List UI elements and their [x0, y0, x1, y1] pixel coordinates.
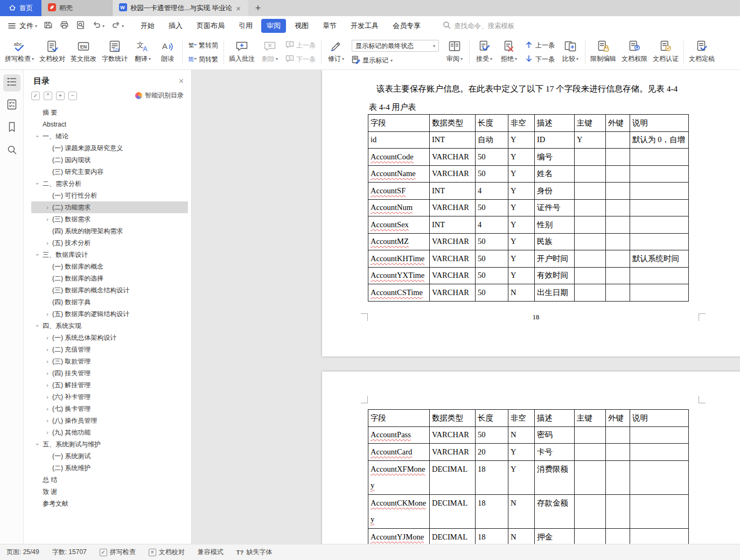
toc-item[interactable]: ›四、系统实现	[31, 320, 188, 332]
menu-tab-section[interactable]: 章节	[317, 19, 342, 33]
menu-tab-view[interactable]: 视图	[289, 19, 314, 33]
show-markup-button[interactable]: 显示标记▾	[352, 55, 439, 66]
toc-item[interactable]: ›(五) 技术分析	[31, 237, 188, 249]
smart-recognize-toc-button[interactable]: 智能识别目录	[135, 91, 184, 100]
toc-item[interactable]: ›摘 要	[31, 107, 188, 118]
next-change-button[interactable]: 下一条	[525, 54, 555, 65]
toc-item[interactable]: ›(四) 挂失管理	[31, 367, 188, 379]
toc-item[interactable]: ›五、系统测试与维护	[31, 438, 188, 450]
new-tab-button[interactable]: +	[248, 0, 268, 16]
close-icon[interactable]: ×	[179, 77, 184, 86]
english-correct-button[interactable]: EN英文批改	[68, 36, 99, 68]
toc-item[interactable]: ›(五) 解挂管理	[31, 379, 188, 391]
toc-item[interactable]: ›一、绪论	[31, 130, 188, 142]
chevron-right-icon[interactable]: ›	[44, 382, 51, 388]
toc-item[interactable]: ›二、需求分析	[31, 178, 188, 190]
word-count-button[interactable]: 123字数统计	[99, 36, 130, 68]
doc-finalize-button[interactable]: 文档定稿	[686, 36, 717, 68]
toc-item[interactable]: ›(三) 研究主要内容	[31, 166, 188, 178]
toc-item[interactable]: ›(七) 换卡管理	[31, 403, 188, 415]
toc-item[interactable]: ›参考文献	[31, 498, 188, 509]
print-preview-button[interactable]	[76, 20, 85, 32]
toc-item[interactable]: ›(二) 充值管理	[31, 344, 188, 355]
toc-select-icon[interactable]: ✓	[31, 92, 40, 100]
restrict-edit-button[interactable]: 限制编辑	[588, 36, 619, 68]
toc-item[interactable]: ›(三) 数据需求	[31, 213, 188, 225]
chevron-right-icon[interactable]: ›	[44, 405, 51, 412]
document-page-25[interactable]: 该表主要保存账户信息。在此表中定义了以下 17 个字段来进行信息存储。见表 4-…	[322, 70, 740, 356]
trad-to-simp-button[interactable]: 繁繁转简	[188, 40, 218, 51]
prev-change-button[interactable]: 上一条	[525, 40, 555, 51]
menu-tab-member[interactable]: 会员专享	[387, 19, 426, 33]
tab-document[interactable]: W 校园一卡通管理信...与实现 毕业论文 ×	[113, 0, 248, 16]
chevron-right-icon[interactable]: ›	[44, 417, 51, 424]
toc-collapse-all-icon[interactable]: −	[68, 92, 77, 100]
toc-item[interactable]: ›Abstract	[31, 118, 188, 130]
reject-change-button[interactable]: 拒绝▾	[497, 36, 521, 68]
toc-item[interactable]: ›(二) 系统维护	[31, 462, 188, 474]
hamburger-icon[interactable]	[8, 22, 16, 30]
chevron-right-icon[interactable]: ›	[44, 204, 51, 211]
chevron-right-icon[interactable]: ›	[44, 334, 51, 341]
toc-item[interactable]: ›(八) 操作员管理	[31, 415, 188, 426]
menu-tab-page-layout[interactable]: 页面布局	[191, 19, 230, 33]
toc-item[interactable]: ›(三) 数据库的概念结构设计	[31, 284, 188, 296]
chevron-down-icon[interactable]: ›	[34, 180, 41, 187]
toc-item[interactable]: ›(二) 功能需求	[31, 201, 188, 213]
search-panel-button[interactable]	[3, 142, 20, 159]
toc-item[interactable]: ›(四) 系统的物理架构需求	[31, 225, 188, 237]
spell-check-status[interactable]: ✓拼写检查	[100, 548, 136, 557]
menu-tab-insert[interactable]: 插入	[163, 19, 188, 33]
toc-item[interactable]: ›(二) 数据库的选择	[31, 272, 188, 284]
chevron-right-icon[interactable]: ›	[44, 311, 51, 317]
menu-tab-references[interactable]: 引用	[233, 19, 258, 33]
doc-proofread-button[interactable]: 文档校对	[37, 36, 68, 68]
compare-button[interactable]: 比较▾	[558, 36, 583, 68]
undo-button[interactable]: ▾	[92, 20, 104, 32]
toc-item[interactable]: ›(一) 系统测试	[31, 450, 188, 462]
menu-tab-home[interactable]: 开始	[135, 19, 160, 33]
chevron-down-icon[interactable]: ›	[34, 441, 41, 447]
chevron-right-icon[interactable]: ›	[44, 394, 51, 400]
file-menu-button[interactable]: 文件▾	[19, 21, 37, 31]
doc-certify-button[interactable]: 文档认证	[650, 36, 681, 68]
toc-item[interactable]: ›(一) 课题来源及研究意义	[31, 142, 188, 154]
outline-panel-button[interactable]	[3, 74, 20, 92]
missing-font[interactable]: T?缺失字体	[236, 548, 272, 557]
toc-item[interactable]: ›(一) 可行性分析	[31, 190, 188, 201]
doc-proofread-status[interactable]: ×文档校对	[149, 548, 185, 557]
markup-state-dropdown[interactable]: 显示标记的最终状态▾	[352, 40, 439, 52]
chevron-down-icon[interactable]: ›	[34, 323, 41, 329]
chevron-right-icon[interactable]: ›	[44, 358, 51, 365]
chevron-down-icon[interactable]: ›	[34, 251, 41, 258]
review-pane-button[interactable]: 审阅▾	[442, 36, 467, 68]
print-button[interactable]	[60, 20, 69, 32]
toc-expand-all-icon[interactable]: +	[56, 92, 65, 100]
spell-check-button[interactable]: abc拼写检查▾	[2, 36, 37, 68]
tab-docer[interactable]: 稻壳	[41, 0, 113, 16]
close-tab-icon[interactable]: ×	[235, 4, 242, 12]
toc-item[interactable]: ›(二) 国内现状	[31, 154, 188, 166]
chevron-down-icon[interactable]: ›	[34, 133, 41, 139]
toc-item[interactable]: ›(一) 系统总体架构设计	[31, 332, 188, 344]
compat-mode[interactable]: 兼容模式	[198, 548, 224, 557]
read-aloud-button[interactable]: A朗读	[155, 36, 180, 68]
tab-home[interactable]: 首页	[0, 0, 41, 16]
toc-item[interactable]: ›(六) 补卡管理	[31, 391, 188, 403]
command-search[interactable]: 查找命令、搜索模板	[443, 16, 515, 36]
toc-level-icon[interactable]: ^	[44, 92, 52, 100]
chevron-right-icon[interactable]: ›	[44, 346, 51, 353]
chevron-right-icon[interactable]: ›	[44, 240, 51, 246]
toc-item[interactable]: ›(九) 其他功能	[31, 426, 188, 438]
toc-item[interactable]: ›致 谢	[31, 486, 188, 498]
document-page-26[interactable]: 字段数据类型长度非空描述主键外键说明AccountPassVARCHAR50N密…	[322, 372, 740, 544]
toc-item[interactable]: ›(四) 数据字典	[31, 296, 188, 308]
toc-item[interactable]: ›(三) 取款管理	[31, 355, 188, 367]
chevron-right-icon[interactable]: ›	[44, 429, 51, 436]
toc-item[interactable]: ›(五) 数据库的逻辑结构设计	[31, 308, 188, 320]
menu-tab-dev-tools[interactable]: 开发工具	[345, 19, 384, 33]
save-button[interactable]	[44, 20, 53, 32]
chevron-right-icon[interactable]: ›	[44, 370, 51, 376]
toc-item[interactable]: ›(一) 数据库的概念	[31, 261, 188, 272]
translate-button[interactable]: 文A翻译▾	[130, 36, 155, 68]
